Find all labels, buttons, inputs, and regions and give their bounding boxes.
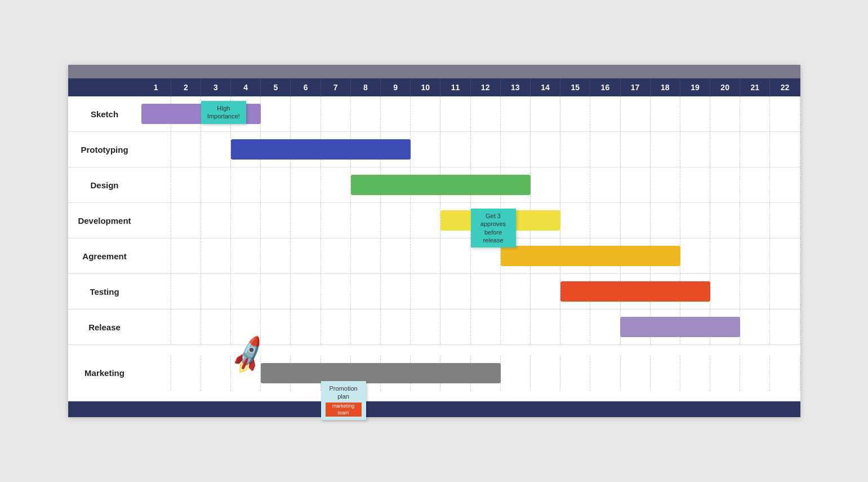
gantt-title-bar <box>68 65 800 78</box>
day-cell-20: 20 <box>710 78 740 96</box>
row-label-release: Release <box>68 317 141 338</box>
day-cell-4: 4 <box>231 78 261 96</box>
row-label-prototyping: Prototyping <box>68 139 141 160</box>
day-cell-15: 15 <box>560 78 590 96</box>
day-cell-19: 19 <box>680 78 710 96</box>
gantt-row-sketch: SketchHIgh Importance! <box>68 96 800 132</box>
day-cell-10: 10 <box>411 78 440 96</box>
day-cell-1: 1 <box>141 78 171 96</box>
row-label-design: Design <box>68 175 141 196</box>
days-row: 12345678910111213141516171819202122 <box>141 78 800 96</box>
day-cell-7: 7 <box>321 78 351 96</box>
gantt-row-marketing: MarketingPromotion planmarketing team🚀 <box>68 345 800 401</box>
sticky-sub-label-2: marketing team <box>326 403 362 417</box>
day-cell-3: 3 <box>201 78 231 96</box>
gantt-row-release: Release <box>68 309 800 345</box>
header-row-label <box>68 78 141 96</box>
day-cell-8: 8 <box>351 78 381 96</box>
row-grid-7: Promotion planmarketing team🚀 <box>141 356 800 391</box>
gantt-row-development: DevelopmentGet 3 approves before release <box>68 203 800 238</box>
gantt-row-prototyping: Prototyping <box>68 132 800 167</box>
sticky-note-0: HIgh Importance! <box>201 101 246 124</box>
day-cell-21: 21 <box>740 78 770 96</box>
bar-2 <box>351 175 531 195</box>
bar-1 <box>231 139 411 160</box>
day-cell-14: 14 <box>531 78 560 96</box>
gantt-body: SketchHIgh Importance!PrototypingDesignD… <box>68 96 800 401</box>
day-cell-17: 17 <box>621 78 651 96</box>
bar-6 <box>620 317 740 337</box>
gantt-chart: 12345678910111213141516171819202122 Sket… <box>68 65 800 417</box>
row-grid-1 <box>141 132 800 167</box>
day-cell-11: 11 <box>440 78 470 96</box>
bar-4 <box>501 246 680 266</box>
gantt-row-testing: Testing <box>68 274 800 309</box>
gantt-footer <box>68 401 800 417</box>
bar-5 <box>560 281 710 302</box>
row-grid-2 <box>141 167 800 202</box>
row-label-agreement: Agreement <box>68 246 141 267</box>
row-grid-6 <box>141 309 800 344</box>
day-cell-12: 12 <box>471 78 501 96</box>
row-label-marketing: Marketing <box>68 362 141 383</box>
gantt-row-design: Design <box>68 167 800 203</box>
row-label-sketch: Sketch <box>68 104 141 125</box>
gantt-row-agreement: Agreement <box>68 238 800 274</box>
bar-7 <box>261 363 500 383</box>
sticky-note-1: Get 3 approves before release <box>471 209 516 247</box>
sticky-note-2: Promotion planmarketing team <box>321 381 366 421</box>
row-grid-0: HIgh Importance! <box>141 96 800 131</box>
day-cell-22: 22 <box>770 78 800 96</box>
day-cell-2: 2 <box>171 78 201 96</box>
row-label-testing: Testing <box>68 281 141 302</box>
day-cell-16: 16 <box>590 78 620 96</box>
days-header: 12345678910111213141516171819202122 <box>68 78 800 96</box>
row-grid-3: Get 3 approves before release <box>141 203 800 238</box>
row-label-development: Development <box>68 210 141 231</box>
day-cell-18: 18 <box>651 78 680 96</box>
day-cell-9: 9 <box>381 78 411 96</box>
day-cell-5: 5 <box>261 78 291 96</box>
row-grid-5 <box>141 274 800 309</box>
day-cell-6: 6 <box>291 78 321 96</box>
day-cell-13: 13 <box>501 78 531 96</box>
